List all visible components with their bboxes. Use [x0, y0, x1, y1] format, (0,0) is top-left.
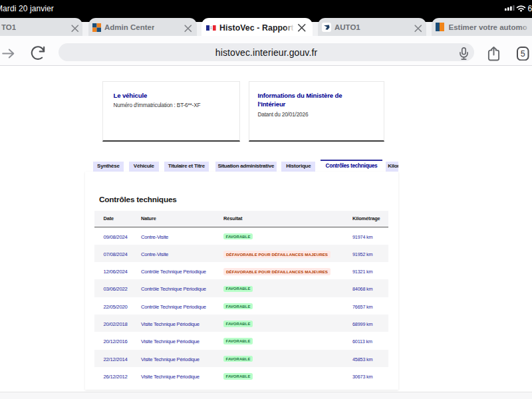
svg-text:5: 5	[521, 49, 525, 59]
svg-text:6: 6	[528, 4, 532, 13]
